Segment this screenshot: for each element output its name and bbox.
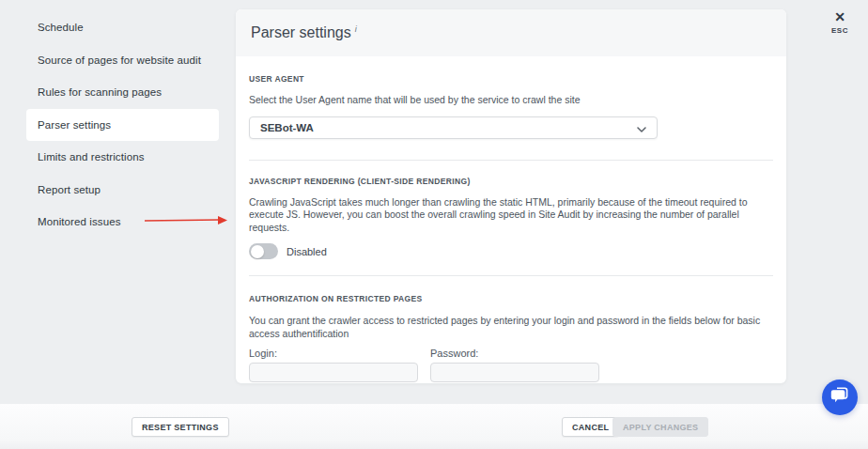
page-title: Parser settingsi bbox=[251, 24, 357, 41]
user-agent-selected-value: SEBot-WA bbox=[260, 122, 314, 133]
password-field-group: Password: bbox=[430, 348, 599, 382]
apply-changes-button[interactable]: APPLY CHANGES bbox=[612, 417, 708, 437]
info-mark-icon[interactable]: i bbox=[355, 24, 357, 34]
sidebar-item-rules-for-scanning[interactable]: Rules for scanning pages bbox=[26, 76, 219, 109]
user-agent-section-label: USER AGENT bbox=[249, 74, 773, 85]
user-agent-dropdown[interactable]: SEBot-WA bbox=[249, 116, 658, 139]
toggle-knob bbox=[251, 245, 264, 258]
footer-bar: RESET SETTINGS CANCEL APPLY CHANGES bbox=[0, 404, 868, 449]
settings-sidebar: Schedule Source of pages for website aud… bbox=[26, 11, 219, 239]
sidebar-item-schedule[interactable]: Schedule bbox=[26, 11, 219, 44]
authorization-section-label: AUTHORIZATION ON RESTRICTED PAGES bbox=[249, 294, 773, 304]
js-rendering-toggle[interactable] bbox=[249, 243, 278, 259]
toggle-state-label: Disabled bbox=[287, 246, 327, 257]
close-icon[interactable]: ✕ bbox=[826, 10, 854, 24]
chat-bubble-icon bbox=[829, 385, 850, 410]
js-rendering-description: Crawling JavaScript takes much longer th… bbox=[249, 196, 771, 235]
esc-hint-label: ESC bbox=[826, 26, 854, 35]
parser-settings-panel: Parser settingsi USER AGENT Select the U… bbox=[236, 9, 786, 383]
reset-settings-button[interactable]: RESET SETTINGS bbox=[132, 417, 229, 437]
password-label: Password: bbox=[430, 348, 599, 360]
user-agent-description: Select the User Agent name that will be … bbox=[249, 94, 771, 107]
sidebar-item-limits-restrictions[interactable]: Limits and restrictions bbox=[26, 141, 219, 174]
sidebar-item-parser-settings[interactable]: Parser settings bbox=[26, 109, 219, 142]
login-input[interactable] bbox=[249, 363, 418, 382]
sidebar-item-report-setup[interactable]: Report setup bbox=[26, 174, 219, 207]
password-input[interactable] bbox=[430, 363, 599, 382]
cancel-button[interactable]: CANCEL bbox=[562, 417, 619, 437]
chevron-down-icon bbox=[637, 119, 646, 136]
js-rendering-section-label: JAVASCRIPT RENDERING (CLIENT-SIDE RENDER… bbox=[249, 177, 773, 187]
chat-widget-button[interactable] bbox=[822, 379, 858, 415]
login-field-group: Login: bbox=[249, 348, 418, 382]
close-button[interactable]: ✕ ESC bbox=[826, 10, 854, 35]
section-divider bbox=[249, 160, 773, 161]
section-divider bbox=[249, 275, 773, 276]
login-label: Login: bbox=[249, 348, 418, 360]
panel-header: Parser settingsi bbox=[236, 9, 786, 56]
red-annotation-arrow bbox=[145, 212, 227, 223]
sidebar-item-source-of-pages[interactable]: Source of pages for website audit bbox=[26, 44, 219, 77]
authorization-description: You can grant the crawler access to rest… bbox=[249, 315, 771, 340]
